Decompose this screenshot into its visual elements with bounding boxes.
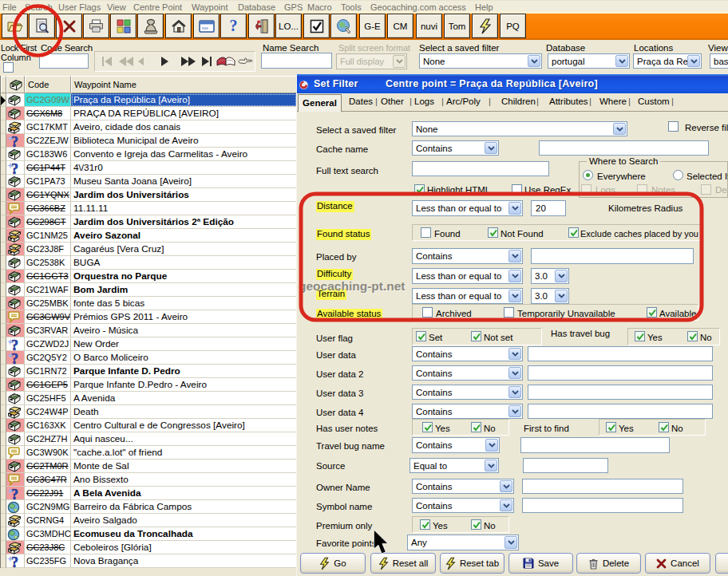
svg-text:?: ? (11, 352, 18, 365)
svg-text:?: ? (11, 555, 18, 568)
svg-text:?: ? (11, 487, 18, 500)
svg-text:?: ? (11, 338, 18, 351)
svg-text:?: ? (11, 162, 18, 175)
svg-text:?: ? (11, 135, 18, 148)
